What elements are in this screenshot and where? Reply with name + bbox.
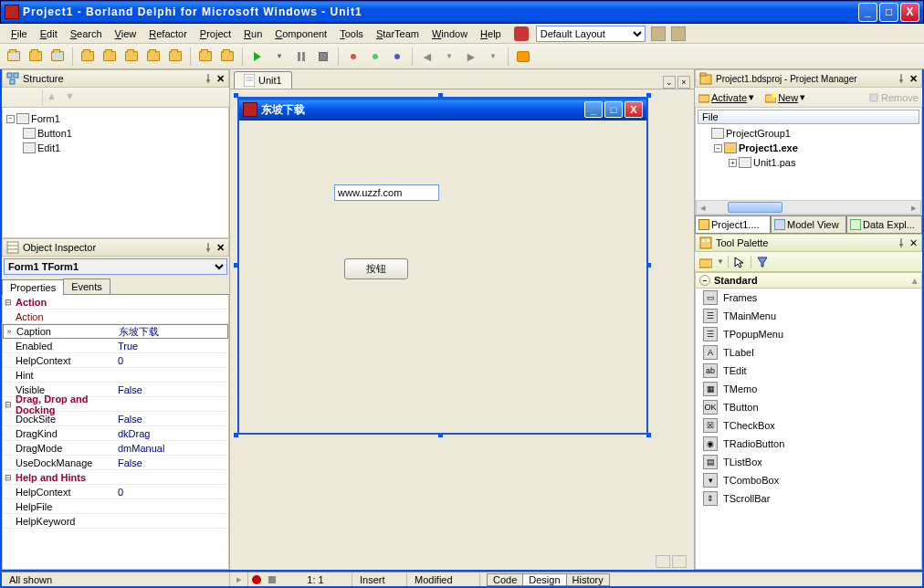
menu-search[interactable]: Search — [65, 26, 108, 41]
property-row[interactable]: DragModedmManual — [3, 441, 228, 456]
record-macro-button[interactable]: ▸ — [230, 572, 248, 586]
toolbar-folder-icon[interactable] — [217, 47, 237, 67]
design-edit1[interactable] — [334, 184, 439, 201]
toolbar-folder-icon[interactable] — [78, 47, 98, 67]
component-select[interactable]: Form1 TForm1 — [4, 258, 227, 275]
collapse-icon[interactable] — [24, 90, 38, 105]
nav-back-icon[interactable]: ◄ — [417, 47, 437, 67]
record-indicator-icon[interactable] — [252, 575, 261, 584]
nav-forward-icon[interactable]: ► — [461, 47, 481, 67]
tree-node-edit[interactable]: Edit1 — [37, 142, 60, 153]
pin-icon[interactable] — [897, 238, 906, 247]
menu-run[interactable]: Run — [238, 26, 268, 41]
toolbar-folder-icon[interactable] — [195, 47, 215, 67]
property-row[interactable]: HelpContext0 — [3, 353, 228, 368]
property-row[interactable]: ⊟Action — [3, 295, 228, 310]
toolbar-folder-icon[interactable] — [100, 47, 120, 67]
horizontal-scrollbar[interactable]: ◂ ▸ — [696, 200, 921, 215]
pause-button[interactable] — [291, 47, 311, 67]
pointer-icon[interactable] — [732, 255, 747, 269]
property-row[interactable]: EnabledTrue — [3, 339, 228, 353]
palette-item[interactable]: ▭Frames — [696, 289, 921, 307]
pin-icon[interactable] — [204, 74, 213, 83]
design-button1[interactable]: 按钮 — [344, 258, 408, 279]
save-layout-icon[interactable] — [651, 26, 666, 41]
palette-item[interactable]: OKTButton — [696, 398, 921, 416]
toolbar-folder-icon[interactable] — [121, 47, 142, 67]
palette-item[interactable]: ⇕TScrollBar — [696, 489, 921, 508]
tab-properties[interactable]: Properties — [2, 279, 64, 295]
palette-item[interactable]: ATLabel — [696, 343, 921, 362]
close-panel-icon[interactable]: ✕ — [216, 242, 225, 254]
filter-icon[interactable] — [755, 255, 770, 269]
delphi-helmet-icon[interactable] — [514, 26, 529, 41]
project-tree-row[interactable]: −Project1.exe — [698, 141, 919, 155]
palette-item[interactable]: ☰TMainMenu — [696, 307, 921, 325]
tree-node-button[interactable]: Button1 — [37, 128, 72, 139]
layout-select[interactable]: Default Layout — [536, 26, 646, 42]
tab-unit1[interactable]: Unit1 — [234, 71, 292, 89]
palette-item[interactable]: ☰TPopupMenu — [696, 325, 921, 343]
menu-view[interactable]: View — [110, 26, 142, 41]
run-button[interactable] — [247, 47, 268, 67]
tree-collapse-icon[interactable]: − — [6, 115, 15, 123]
scrollbar-thumb[interactable] — [728, 202, 782, 213]
menu-help[interactable]: Help — [475, 26, 507, 41]
menu-starteam[interactable]: StarTeam — [371, 26, 425, 41]
view-tab-design[interactable]: Design — [522, 573, 566, 586]
save-icon[interactable] — [47, 47, 68, 67]
property-row[interactable]: HelpFile — [3, 499, 228, 514]
maximize-button[interactable]: □ — [879, 3, 898, 22]
delete-layout-icon[interactable] — [671, 26, 686, 41]
close-panel-icon[interactable]: ✕ — [909, 237, 918, 249]
property-row[interactable]: »Caption东坡下载 — [3, 324, 228, 339]
view-tab-history[interactable]: History — [566, 573, 610, 586]
close-panel-icon[interactable]: ✕ — [909, 73, 918, 85]
category-up-icon[interactable]: ▴ — [912, 275, 918, 287]
property-grid[interactable]: ⊟ActionAction»Caption东坡下载EnabledTrueHelp… — [2, 295, 229, 570]
project-tree-row[interactable]: ProjectGroup1 — [698, 126, 919, 141]
menu-window[interactable]: Window — [426, 26, 473, 41]
form-designer[interactable]: 东坡下载 _ □ X 按钮 — [230, 89, 694, 553]
nav-back-dropdown[interactable]: ▼ — [439, 47, 459, 67]
new-button[interactable]: New ▾ — [765, 91, 805, 103]
tab-events[interactable]: Events — [63, 278, 110, 294]
palette-item[interactable]: ▦TMemo — [696, 380, 921, 398]
categories-icon[interactable] — [698, 255, 713, 269]
property-row[interactable]: UseDockManageFalse — [3, 456, 228, 470]
property-row[interactable]: Action — [3, 310, 228, 324]
tab-nav-icon[interactable]: ⌄ — [663, 76, 676, 89]
palette-item[interactable]: ▤TListBox — [696, 453, 921, 471]
menu-tools[interactable]: Tools — [334, 26, 369, 41]
palette-item[interactable]: ☒TCheckBox — [696, 416, 921, 435]
expand-icon[interactable] — [5, 90, 20, 105]
toolbar-folder-icon[interactable] — [165, 47, 185, 67]
activate-button[interactable]: Activate ▾ — [698, 91, 754, 103]
trace-into-icon[interactable] — [343, 47, 363, 67]
tab-project[interactable]: Project1.... — [695, 216, 771, 234]
help-contents-icon[interactable] — [513, 47, 533, 67]
menu-edit[interactable]: Edit — [35, 26, 63, 41]
form-minimize-button[interactable]: _ — [584, 101, 603, 118]
menu-file[interactable]: File — [5, 26, 33, 41]
property-row[interactable]: Hint — [3, 368, 228, 383]
minimize-button[interactable]: _ — [858, 3, 877, 22]
pin-icon[interactable] — [897, 74, 906, 83]
project-tree-row[interactable]: +Unit1.pas — [698, 155, 919, 170]
toolbar-folder-icon[interactable] — [143, 47, 163, 67]
menu-project[interactable]: Project — [194, 26, 236, 41]
open-icon[interactable] — [26, 47, 46, 67]
categories-dropdown[interactable]: ▼ — [717, 257, 724, 266]
stop-button[interactable] — [313, 47, 333, 67]
property-row[interactable]: DragKinddkDrag — [3, 426, 228, 441]
form-maximize-button[interactable]: □ — [604, 101, 623, 118]
category-bar[interactable]: − Standard ▴ — [695, 272, 922, 289]
tab-model-view[interactable]: Model View — [771, 216, 846, 234]
property-row[interactable]: DockSiteFalse — [3, 412, 228, 426]
palette-item[interactable]: ▾TComboBox — [696, 471, 921, 489]
property-row[interactable]: ⊟Help and Hints — [3, 470, 228, 485]
palette-list[interactable]: ▭Frames☰TMainMenu☰TPopupMenuATLabelabTEd… — [695, 289, 922, 570]
structure-tree[interactable]: −Form1 Button1 Edit1 — [3, 108, 228, 159]
property-row[interactable]: HelpContext0 — [3, 485, 228, 499]
form-close-button[interactable]: X — [625, 101, 643, 118]
